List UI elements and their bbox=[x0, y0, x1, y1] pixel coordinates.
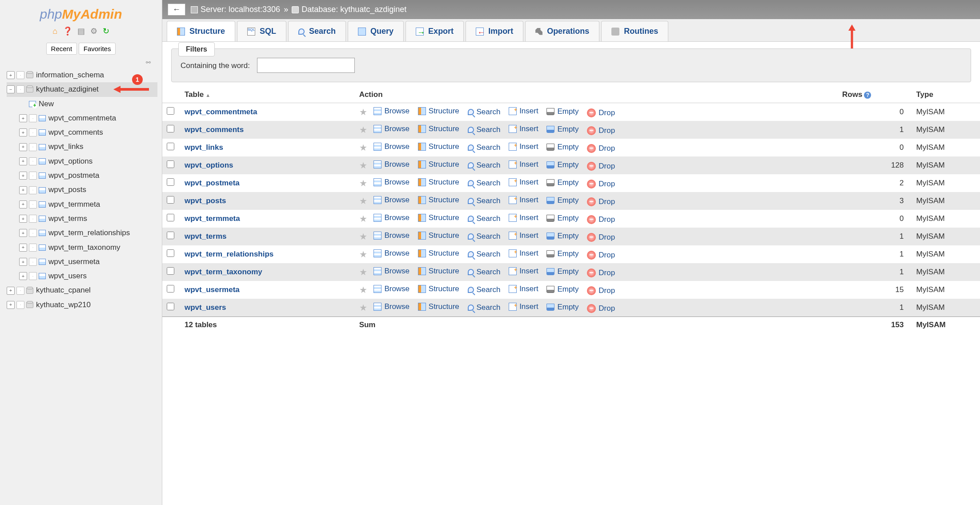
row-checkbox[interactable] bbox=[167, 285, 174, 293]
db-link[interactable]: kythuatc_cpanel bbox=[36, 283, 91, 297]
drop-action[interactable]: Drop bbox=[587, 233, 615, 242]
table-name-link[interactable]: wpvt_terms bbox=[185, 232, 226, 240]
table-name-link[interactable]: wpvt_links bbox=[185, 143, 223, 152]
expand-icon[interactable]: + bbox=[7, 287, 15, 295]
row-checkbox[interactable] bbox=[167, 303, 174, 310]
star-icon[interactable]: ★ bbox=[359, 214, 367, 224]
expand-icon[interactable]: + bbox=[19, 272, 27, 280]
structure-action[interactable]: Structure bbox=[418, 107, 459, 116]
drop-action[interactable]: Drop bbox=[587, 286, 615, 295]
search-action[interactable]: Search bbox=[468, 179, 501, 188]
recent-button[interactable]: Recent bbox=[46, 43, 77, 55]
structure-action[interactable]: Structure bbox=[418, 124, 459, 133]
table-link[interactable]: wpvt_users bbox=[48, 269, 87, 283]
browse-action[interactable]: Browse bbox=[374, 267, 410, 276]
structure-action[interactable]: Structure bbox=[418, 213, 459, 222]
search-action[interactable]: Search bbox=[468, 143, 501, 152]
browse-action[interactable]: Browse bbox=[374, 302, 410, 311]
insert-action[interactable]: Insert bbox=[509, 142, 538, 151]
table-name-link[interactable]: wpvt_posts bbox=[185, 196, 226, 205]
row-checkbox[interactable] bbox=[167, 232, 174, 239]
star-icon[interactable]: ★ bbox=[359, 303, 367, 313]
structure-action[interactable]: Structure bbox=[418, 142, 459, 151]
insert-action[interactable]: Insert bbox=[509, 267, 538, 276]
empty-action[interactable]: Empty bbox=[546, 178, 578, 187]
empty-action[interactable]: Empty bbox=[546, 303, 578, 312]
star-icon[interactable]: ★ bbox=[359, 107, 367, 117]
table-link[interactable]: wpvt_termmeta bbox=[48, 197, 100, 212]
expand-icon[interactable]: + bbox=[7, 301, 15, 309]
drop-action[interactable]: Drop bbox=[587, 144, 615, 153]
empty-action[interactable]: Empty bbox=[546, 285, 578, 294]
insert-action[interactable]: Insert bbox=[509, 178, 538, 187]
structure-action[interactable]: Structure bbox=[418, 160, 459, 169]
expand-icon[interactable]: + bbox=[19, 244, 27, 252]
empty-action[interactable]: Empty bbox=[546, 143, 578, 152]
row-checkbox[interactable] bbox=[167, 196, 174, 204]
tab-query[interactable]: Query bbox=[348, 21, 404, 41]
tab-operations[interactable]: Operations bbox=[525, 21, 599, 41]
drop-action[interactable]: Drop bbox=[587, 108, 615, 117]
search-action[interactable]: Search bbox=[468, 250, 501, 259]
expand-icon[interactable]: + bbox=[19, 128, 27, 136]
insert-action[interactable]: Insert bbox=[509, 231, 538, 240]
star-icon[interactable]: ★ bbox=[359, 143, 367, 152]
star-icon[interactable]: ★ bbox=[359, 249, 367, 259]
star-icon[interactable]: ★ bbox=[359, 285, 367, 295]
database-value[interactable]: kythuatc_azdiginet bbox=[340, 5, 406, 14]
expand-icon[interactable]: + bbox=[19, 143, 27, 151]
table-name-link[interactable]: wpvt_comments bbox=[185, 125, 244, 134]
server-value[interactable]: localhost:3306 bbox=[229, 5, 280, 14]
tab-sql[interactable]: SQL bbox=[237, 21, 286, 41]
table-link[interactable]: wpvt_links bbox=[48, 140, 83, 154]
star-icon[interactable]: ★ bbox=[359, 178, 367, 188]
table-link[interactable]: wpvt_term_relationships bbox=[48, 226, 130, 240]
table-name-link[interactable]: wpvt_users bbox=[185, 303, 226, 312]
structure-action[interactable]: Structure bbox=[418, 249, 459, 258]
drop-action[interactable]: Drop bbox=[587, 215, 615, 224]
star-icon[interactable]: ★ bbox=[359, 232, 367, 241]
expand-icon[interactable]: − bbox=[7, 85, 15, 93]
search-action[interactable]: Search bbox=[468, 161, 501, 170]
settings-icon[interactable]: ⚙ bbox=[90, 27, 97, 36]
favorites-button[interactable]: Favorites bbox=[79, 43, 116, 55]
table-link[interactable]: wpvt_options bbox=[48, 154, 92, 168]
expand-icon[interactable]: + bbox=[19, 215, 27, 223]
drop-action[interactable]: Drop bbox=[587, 162, 615, 171]
table-name-link[interactable]: wpvt_term_relationships bbox=[185, 250, 273, 258]
structure-action[interactable]: Structure bbox=[418, 285, 459, 293]
table-link[interactable]: wpvt_postmeta bbox=[48, 168, 99, 183]
db-link[interactable]: kythuatc_azdiginet bbox=[36, 82, 99, 96]
browse-action[interactable]: Browse bbox=[374, 196, 410, 204]
empty-action[interactable]: Empty bbox=[546, 107, 578, 116]
empty-action[interactable]: Empty bbox=[546, 267, 578, 276]
table-name-link[interactable]: wpvt_term_taxonomy bbox=[185, 268, 262, 276]
empty-action[interactable]: Empty bbox=[546, 249, 578, 258]
row-checkbox[interactable] bbox=[167, 267, 174, 275]
expand-icon[interactable]: + bbox=[19, 157, 27, 165]
browse-action[interactable]: Browse bbox=[374, 178, 410, 187]
empty-action[interactable]: Empty bbox=[546, 214, 578, 223]
row-checkbox[interactable] bbox=[167, 214, 174, 221]
browse-action[interactable]: Browse bbox=[374, 231, 410, 240]
empty-action[interactable]: Empty bbox=[546, 160, 578, 169]
help-icon[interactable]: ❓ bbox=[63, 27, 72, 36]
table-name-link[interactable]: wpvt_usermeta bbox=[185, 285, 240, 294]
filter-input[interactable] bbox=[257, 58, 355, 73]
table-name-link[interactable]: wpvt_postmeta bbox=[185, 179, 240, 187]
browse-action[interactable]: Browse bbox=[374, 107, 410, 116]
expand-icon[interactable]: + bbox=[19, 172, 27, 180]
db-link[interactable]: information_schema bbox=[36, 68, 104, 82]
table-link[interactable]: wpvt_terms bbox=[48, 212, 87, 226]
structure-action[interactable]: Structure bbox=[418, 196, 459, 204]
reload-icon[interactable]: ↻ bbox=[103, 27, 109, 36]
tab-search[interactable]: Search bbox=[288, 21, 346, 41]
drop-action[interactable]: Drop bbox=[587, 304, 615, 313]
insert-action[interactable]: Insert bbox=[509, 285, 538, 293]
expand-icon[interactable]: + bbox=[7, 71, 15, 79]
browse-action[interactable]: Browse bbox=[374, 142, 410, 151]
logo[interactable]: phpMyAdmin bbox=[0, 0, 162, 24]
insert-action[interactable]: Insert bbox=[509, 107, 538, 116]
star-icon[interactable]: ★ bbox=[359, 267, 367, 277]
row-checkbox[interactable] bbox=[167, 178, 174, 186]
